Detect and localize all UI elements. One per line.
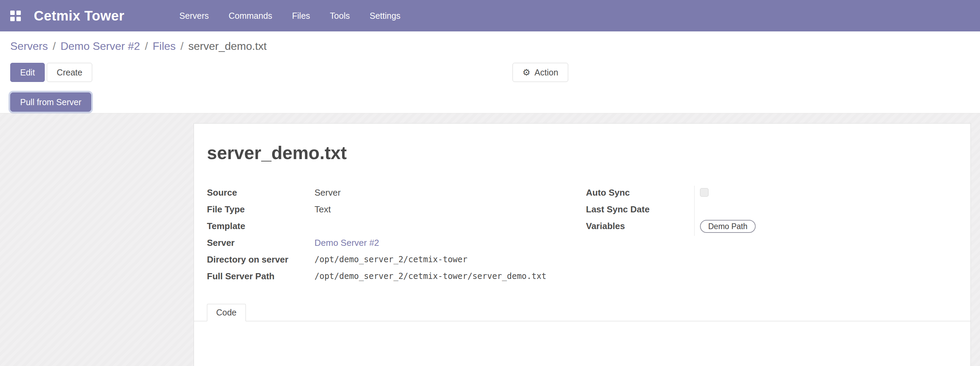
field-label: Variables (586, 219, 694, 232)
nav-item-servers[interactable]: Servers (169, 0, 218, 32)
field-row-last-sync: Last Sync Date (586, 202, 957, 219)
field-row-full-path: Full Server Path /opt/demo_server_2/cetm… (207, 269, 586, 286)
field-label: Last Sync Date (586, 202, 694, 215)
apps-grid-square (10, 17, 15, 21)
field-label: Full Server Path (207, 269, 315, 282)
brand-title[interactable]: Cetmix Tower (34, 8, 124, 24)
pull-from-server-button[interactable]: Pull from Server (10, 92, 91, 111)
variable-tag-demo-path[interactable]: Demo Path (700, 220, 756, 233)
control-panel: Servers/Demo Server #2/Files/server_demo… (0, 32, 980, 113)
field-value-server-link[interactable]: Demo Server #2 (315, 236, 586, 253)
field-row-server: Server Demo Server #2 (207, 236, 586, 253)
nav-item-tools[interactable]: Tools (320, 0, 360, 32)
field-value-directory: /opt/demo_server_2/cetmix-tower (315, 253, 586, 269)
field-value-auto-sync (694, 186, 957, 202)
form-group-right: Auto Sync Last Sync Date Variables Demo … (586, 186, 957, 286)
breadcrumb-separator: / (52, 40, 56, 52)
breadcrumb-link-demo-server[interactable]: Demo Server #2 (60, 40, 140, 52)
main-menu: Servers Commands Files Tools Settings (169, 0, 410, 32)
field-label: Auto Sync (586, 186, 694, 199)
form-sheet: server_demo.txt Source Server File Type … (194, 123, 971, 366)
content-area: server_demo.txt Source Server File Type … (0, 113, 980, 366)
field-value-file-type: Text (315, 202, 586, 219)
breadcrumb-link-servers[interactable]: Servers (10, 40, 48, 52)
field-value-variables: Demo Path (694, 219, 957, 236)
field-value-template (315, 219, 586, 236)
field-label: Directory on server (207, 253, 315, 266)
workflow-button-row: Pull from Server (0, 92, 980, 112)
tab-code[interactable]: Code (207, 304, 246, 321)
field-label: Server (207, 236, 315, 249)
breadcrumb-link-files[interactable]: Files (153, 40, 176, 52)
action-menu-label: Action (535, 68, 558, 78)
field-value-last-sync (694, 202, 957, 219)
notebook-tabs: Code (194, 304, 970, 321)
field-label: File Type (207, 202, 315, 215)
create-button[interactable]: Create (47, 63, 92, 82)
apps-grid-square (16, 17, 21, 21)
tab-content-code (207, 321, 957, 366)
form-group-left: Source Server File Type Text Template Se… (207, 186, 586, 286)
field-row-file-type: File Type Text (207, 202, 586, 219)
field-row-template: Template (207, 219, 586, 236)
field-label: Source (207, 186, 315, 199)
nav-item-settings[interactable]: Settings (360, 0, 410, 32)
field-value-full-path: /opt/demo_server_2/cetmix-tower/server_d… (315, 269, 586, 286)
top-navbar: Cetmix Tower Servers Commands Files Tool… (0, 0, 980, 32)
gear-icon: ⚙ (522, 68, 530, 77)
edit-button[interactable]: Edit (10, 63, 45, 82)
auto-sync-checkbox[interactable] (700, 188, 708, 197)
field-row-directory: Directory on server /opt/demo_server_2/c… (207, 253, 586, 269)
form-fields: Source Server File Type Text Template Se… (207, 186, 957, 286)
field-value-source: Server (315, 186, 586, 202)
button-row: Edit Create ⚙ Action (0, 63, 980, 82)
nav-item-commands[interactable]: Commands (218, 0, 282, 32)
field-row-variables: Variables Demo Path (586, 219, 957, 236)
field-label: Template (207, 219, 315, 232)
apps-grid-square (16, 11, 21, 15)
nav-item-files[interactable]: Files (282, 0, 320, 32)
breadcrumb: Servers/Demo Server #2/Files/server_demo… (0, 32, 980, 53)
apps-grid-square (10, 11, 15, 15)
field-row-auto-sync: Auto Sync (586, 186, 957, 202)
breadcrumb-current: server_demo.txt (188, 40, 266, 52)
field-row-source: Source Server (207, 186, 586, 202)
record-title: server_demo.txt (207, 142, 957, 163)
breadcrumb-separator: / (181, 40, 184, 52)
apps-grid-icon[interactable] (10, 11, 21, 21)
breadcrumb-separator: / (145, 40, 148, 52)
action-menu-button[interactable]: ⚙ Action (512, 63, 568, 82)
